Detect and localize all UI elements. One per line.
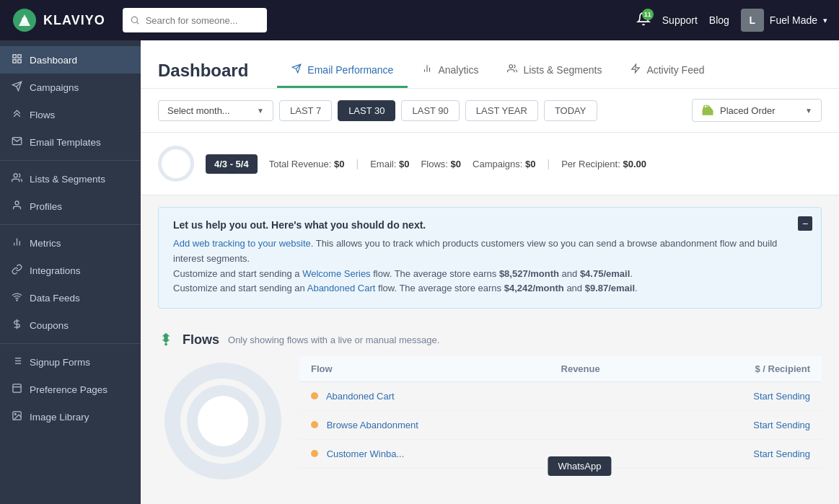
sidebar-item-flows-label: Flows <box>30 110 55 120</box>
sidebar-item-data-feeds-label: Data Feeds <box>30 293 80 304</box>
info-box-close-button[interactable]: − <box>798 216 812 231</box>
sidebar-item-email-templates[interactable]: Email Templates <box>0 128 141 156</box>
sidebar-item-dashboard-label: Dashboard <box>30 55 77 66</box>
sidebar-item-preference-pages-label: Preference Pages <box>30 384 107 395</box>
user-menu-button[interactable]: L Fuel Made ▾ <box>741 9 827 32</box>
abandoned-cart-revenue <box>550 382 669 411</box>
svg-point-2 <box>131 17 137 22</box>
topnav-right: 11 Support Blog L Fuel Made ▾ <box>636 9 827 32</box>
today-button[interactable]: TODAY <box>544 100 597 121</box>
profiles-icon <box>12 200 22 213</box>
abandoned-cart-start-sending[interactable]: Start Sending <box>753 391 810 402</box>
tab-lists-segments-label: Lists & Segments <box>523 64 602 76</box>
svg-line-3 <box>136 22 139 25</box>
sidebar-item-flows[interactable]: Flows <box>0 101 141 128</box>
flow-col-header: Flow <box>299 356 550 382</box>
total-revenue-stat: Total Revenue: $0 <box>269 159 345 169</box>
logo-text: KLAVIYO <box>43 13 105 28</box>
sidebar-item-metrics[interactable]: Metrics <box>0 229 141 257</box>
tab-email-performance[interactable]: Email Performance <box>277 53 408 88</box>
abandoned-cart-flow-link[interactable]: Abandoned Cart <box>326 391 395 402</box>
sidebar-item-image-library[interactable]: Image Library <box>0 403 141 430</box>
last90-button[interactable]: LAST 90 <box>401 100 459 121</box>
search-input[interactable] <box>146 15 254 26</box>
logo[interactable]: KLAVIYO <box>12 7 105 33</box>
main-content: Dashboard Email Performance <box>141 40 839 504</box>
sidebar-item-image-library-label: Image Library <box>30 412 89 423</box>
info-box-title: Let us help you out. Here's what you sho… <box>173 219 807 231</box>
sidebar-item-coupons-label: Coupons <box>30 320 69 331</box>
welcome-series-link[interactable]: Welcome Series <box>302 268 370 279</box>
event-chevron-icon: ▼ <box>805 107 812 115</box>
browse-abandonment-flow-link[interactable]: Browse Abandonment <box>327 420 418 430</box>
tab-lists-segments[interactable]: Lists & Segments <box>493 53 616 88</box>
customer-winback-flow-link[interactable]: Customer Winba... <box>327 448 405 459</box>
sidebar-item-signup-forms[interactable]: Signup Forms <box>0 348 141 376</box>
sidebar-item-integrations[interactable]: Integrations <box>0 257 141 284</box>
flow-dot-icon <box>311 421 318 428</box>
sidebar-item-profiles[interactable]: Profiles <box>0 193 141 220</box>
user-chevron-icon: ▾ <box>823 16 827 25</box>
controls-bar: Select month... ▼ LAST 7 LAST 30 LAST 90… <box>141 89 839 133</box>
flows-table-wrapper: Flow Revenue $ / Recipient <box>299 356 822 486</box>
dashboard-icon <box>12 53 22 66</box>
whatsapp-tooltip: WhatsApp <box>548 456 611 476</box>
email-templates-icon <box>12 136 22 149</box>
sidebar-item-data-feeds[interactable]: Data Feeds <box>0 284 141 311</box>
svg-point-31 <box>509 65 513 68</box>
support-link[interactable]: Support <box>662 14 698 26</box>
sidebar-divider-3 <box>0 343 141 344</box>
email-stat: Email: $0 <box>370 159 409 169</box>
page-title: Dashboard <box>158 61 248 81</box>
svg-point-36 <box>198 396 248 446</box>
lists-segments-tab-icon <box>507 63 517 76</box>
flow-dot-icon <box>311 392 318 399</box>
signup-forms-icon <box>12 355 22 368</box>
notification-badge: 11 <box>642 9 654 20</box>
shopify-icon <box>701 104 714 117</box>
tab-analytics[interactable]: Analytics <box>408 53 493 88</box>
table-row: Browse Abandonment Start Sending <box>299 411 822 440</box>
search-icon <box>130 15 140 25</box>
flows-title: Flows <box>183 332 219 348</box>
sidebar-item-lists-segments[interactable]: Lists & Segments <box>0 165 141 193</box>
sidebar-item-campaigns-label: Campaigns <box>30 82 79 93</box>
sidebar-item-preference-pages[interactable]: Preference Pages <box>0 376 141 403</box>
svg-point-15 <box>17 300 17 301</box>
campaigns-stat: Campaigns: $0 <box>473 159 535 169</box>
event-select[interactable]: Placed Order ▼ <box>692 99 822 122</box>
blog-link[interactable]: Blog <box>709 14 729 26</box>
flows-table: Flow Revenue $ / Recipient <box>299 356 822 469</box>
notification-button[interactable]: 11 <box>636 12 651 30</box>
month-select[interactable]: Select month... ▼ <box>158 100 273 121</box>
last-year-button[interactable]: LAST YEAR <box>465 100 538 121</box>
sidebar-item-coupons[interactable]: Coupons <box>0 311 141 339</box>
last7-button[interactable]: LAST 7 <box>279 100 332 121</box>
abandoned-cart-link[interactable]: Abandoned Cart <box>307 283 376 293</box>
svg-point-25 <box>14 413 16 415</box>
coupons-icon <box>12 319 22 332</box>
sidebar-item-metrics-label: Metrics <box>30 238 61 249</box>
search-box[interactable] <box>123 8 267 32</box>
table-row: Abandoned Cart Start Sending <box>299 382 822 411</box>
browse-abandonment-start-sending[interactable]: Start Sending <box>753 420 810 430</box>
flows-icon <box>12 108 22 121</box>
tab-analytics-label: Analytics <box>438 64 478 76</box>
sidebar-item-campaigns[interactable]: Campaigns <box>0 74 141 101</box>
tab-activity-feed[interactable]: Activity Feed <box>616 53 719 88</box>
dashboard-header: Dashboard Email Performance <box>141 40 839 89</box>
tracking-link[interactable]: Add web tracking to your website <box>173 238 311 249</box>
per-recipient-stat: Per Recipient: $0.00 <box>561 159 646 169</box>
stats-row: 4/3 - 5/4 Total Revenue: $0 | Email: $0 … <box>141 133 839 195</box>
sidebar-item-dashboard[interactable]: Dashboard <box>0 46 141 74</box>
svg-point-11 <box>15 201 19 205</box>
flows-subtitle: Only showing flows with a live or manual… <box>228 335 439 345</box>
svg-rect-4 <box>13 55 16 58</box>
event-label: Placed Order <box>720 105 776 116</box>
customer-winback-start-sending[interactable]: Start Sending <box>753 448 810 459</box>
table-row: Customer Winba... WhatsApp Start Sending <box>299 440 822 469</box>
campaigns-icon <box>12 81 22 94</box>
last30-button[interactable]: LAST 30 <box>338 100 395 121</box>
sidebar: Dashboard Campaigns Flows Email Template… <box>0 40 141 504</box>
flows-content: Flow Revenue $ / Recipient <box>158 356 822 486</box>
